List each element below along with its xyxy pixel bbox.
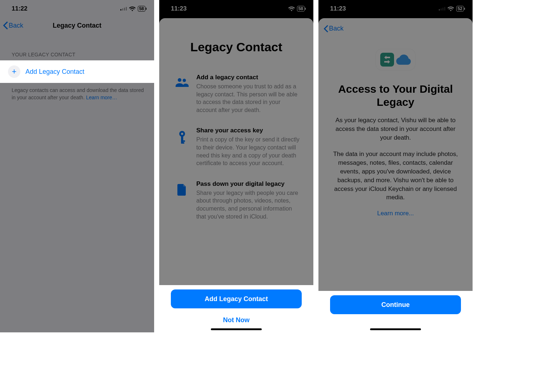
svg-point-1 <box>183 79 186 82</box>
info-heading: Pass down your digital legacy <box>196 180 301 188</box>
svg-rect-5 <box>181 140 185 142</box>
sheet: Back Access to Your Digital Legacy As yo… <box>318 18 473 332</box>
add-legacy-contact-button[interactable]: Add Legacy Contact <box>171 289 302 308</box>
screen-access-digital-legacy: 11:23 52 Back Access to Y <box>318 0 473 332</box>
people-icon <box>175 74 189 114</box>
svg-point-0 <box>178 78 181 82</box>
info-row-share-key: Share your access key Print a copy of th… <box>159 127 313 180</box>
info-body: Share your legacy with people you care a… <box>196 189 301 220</box>
home-indicator[interactable] <box>211 328 262 330</box>
continue-button[interactable]: Continue <box>330 295 461 314</box>
info-heading: Add a legacy contact <box>196 74 301 81</box>
info-row-pass-down: Pass down your digital legacy Share your… <box>159 180 313 233</box>
add-legacy-contact-label: Add Legacy Contact <box>25 68 84 76</box>
wifi-icon <box>288 6 295 11</box>
page-title: Legacy Contact <box>53 22 101 29</box>
body-paragraph-1: As your legacy contact, Vishu will be ab… <box>318 116 473 150</box>
plus-icon: + <box>8 65 20 78</box>
svg-rect-6 <box>181 142 184 144</box>
sheet: Legacy Contact Add a legacy contact Choo… <box>159 18 313 332</box>
svg-point-3 <box>181 133 183 135</box>
sheet-title: Legacy Contact <box>159 18 313 74</box>
cellular-icon <box>120 7 127 11</box>
status-bar: 11:23 58 <box>159 0 313 17</box>
key-icon <box>175 127 189 167</box>
wifi-icon <box>447 6 454 11</box>
nav-bar: Back Legacy Contact <box>0 17 154 33</box>
status-time: 11:23 <box>171 5 186 12</box>
legacy-icon <box>318 32 473 83</box>
section-header: YOUR LEGACY CONTACT <box>0 33 154 60</box>
learn-more-link[interactable]: Learn more… <box>86 95 117 100</box>
back-label: Back <box>9 22 23 29</box>
info-row-add-contact: Add a legacy contact Choose someone you … <box>159 74 313 127</box>
cellular-icon <box>439 7 445 11</box>
battery-icon: 52 <box>456 6 464 12</box>
status-time: 11:22 <box>12 5 27 12</box>
battery-icon: 58 <box>138 6 145 12</box>
not-now-button[interactable]: Not Now <box>171 311 302 329</box>
info-heading: Share your access key <box>196 127 301 134</box>
screen-settings-list: 11:22 58 Back Legacy Contact YOUR LEGACY… <box>0 0 154 332</box>
add-legacy-contact-row[interactable]: + Add Legacy Contact <box>0 60 154 83</box>
page-title: Access to Your Digital Legacy <box>318 83 473 116</box>
back-label: Back <box>329 25 344 32</box>
info-body: Print a copy of the key or send it direc… <box>196 136 301 167</box>
learn-more-link[interactable]: Learn more... <box>318 210 473 217</box>
section-footer: Legacy contacts can access and download … <box>0 83 154 101</box>
bottom-button-bar: Add Legacy Contact Not Now <box>159 285 313 332</box>
battery-icon: 58 <box>297 6 305 12</box>
back-button[interactable]: Back <box>318 18 473 32</box>
status-bar: 11:22 58 <box>0 0 154 17</box>
wifi-icon <box>129 6 136 11</box>
document-icon <box>175 180 189 220</box>
body-paragraph-2: The data in your account may include pho… <box>318 150 473 210</box>
transfer-icon <box>380 53 394 67</box>
screen-legacy-intro: 11:23 58 Legacy Contact Add a legacy con… <box>159 0 313 332</box>
home-indicator[interactable] <box>370 328 421 330</box>
back-button[interactable]: Back <box>0 21 23 29</box>
status-time: 11:23 <box>330 5 346 12</box>
svg-rect-7 <box>380 53 394 67</box>
bottom-button-bar: Continue <box>318 291 473 332</box>
info-body: Choose someone you trust to add as a leg… <box>196 83 301 114</box>
status-bar: 11:23 52 <box>318 0 473 17</box>
cloud-icon <box>396 55 411 65</box>
